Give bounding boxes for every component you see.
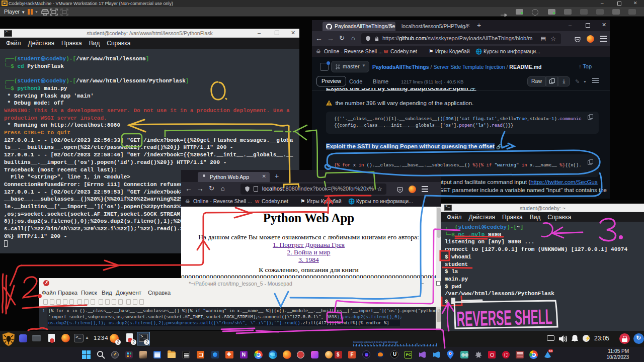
svg-text:решение данных в реальном врем: решение данных в реальном времени [353, 340, 398, 343]
